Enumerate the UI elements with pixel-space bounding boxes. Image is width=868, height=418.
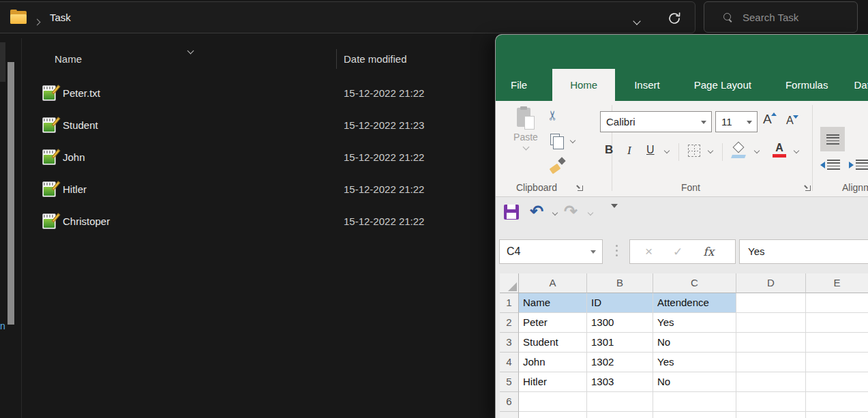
row-header[interactable]: 4 xyxy=(500,353,519,372)
cell-a4[interactable]: John xyxy=(519,353,587,372)
undo-icon[interactable]: ↶ xyxy=(530,202,543,221)
font-size-combobox[interactable]: 11 xyxy=(715,111,758,132)
file-row[interactable]: John 15-12-2022 21:22 xyxy=(23,141,496,173)
tab-home[interactable]: Home xyxy=(552,69,615,101)
file-row[interactable]: Student 15-12-2022 21:23 xyxy=(23,109,496,141)
cell-a7[interactable] xyxy=(519,412,587,418)
cell-d3[interactable] xyxy=(736,333,806,353)
borders-dropdown-icon[interactable] xyxy=(708,148,713,153)
cell-a3[interactable]: Student xyxy=(519,333,587,353)
cell-d5[interactable] xyxy=(736,372,806,392)
tab-page-layout[interactable]: Page Layout xyxy=(687,69,758,101)
cell-b1[interactable]: ID xyxy=(587,293,653,313)
file-row[interactable]: Christoper 15-12-2022 21:22 xyxy=(23,205,496,237)
cell-d7[interactable] xyxy=(736,412,806,418)
cell-b5[interactable]: 1303 xyxy=(587,372,653,392)
cell-b3[interactable]: 1301 xyxy=(587,333,653,353)
fill-color-icon[interactable] xyxy=(732,142,748,158)
font-name-combobox[interactable]: Calibri xyxy=(600,111,712,132)
tab-file[interactable]: File xyxy=(501,69,537,101)
tab-formulas[interactable]: Formulas xyxy=(779,69,835,101)
font-color-icon[interactable]: A xyxy=(771,142,788,158)
cell-d2[interactable] xyxy=(736,313,806,333)
cell-c5[interactable]: No xyxy=(653,372,736,392)
select-all-button[interactable] xyxy=(500,273,519,293)
nav-scrollbar-track[interactable] xyxy=(0,42,5,82)
cut-icon[interactable]: ✂ xyxy=(545,110,560,121)
save-icon[interactable] xyxy=(504,205,519,220)
name-box[interactable]: C4 xyxy=(499,239,603,264)
row-header[interactable]: 2 xyxy=(500,313,519,333)
combo-caret-icon[interactable] xyxy=(747,121,752,124)
search-box[interactable] xyxy=(704,1,858,33)
scrollbar-thumb[interactable] xyxy=(8,62,14,325)
paste-button[interactable]: Paste xyxy=(507,106,545,149)
cell-c3[interactable]: No xyxy=(653,333,736,353)
cell-d1[interactable] xyxy=(736,293,806,313)
cell-e2[interactable] xyxy=(806,313,868,333)
file-name[interactable]: Peter.txt xyxy=(63,87,100,99)
refresh-button[interactable] xyxy=(667,11,682,26)
cell-b7[interactable] xyxy=(587,412,653,418)
cell-b2[interactable]: 1300 xyxy=(587,313,653,333)
cell-a6[interactable] xyxy=(519,392,587,412)
row-header[interactable]: 3 xyxy=(500,333,519,353)
cell-e3[interactable] xyxy=(806,333,868,353)
underline-dropdown-icon[interactable] xyxy=(664,148,670,153)
shrink-font-button[interactable]: A xyxy=(786,115,794,127)
file-name[interactable]: Christoper xyxy=(63,215,110,227)
font-color-dropdown-icon[interactable] xyxy=(794,148,799,153)
column-header-name[interactable]: Name xyxy=(55,53,82,65)
file-name[interactable]: John xyxy=(63,151,85,163)
search-input[interactable] xyxy=(741,11,843,24)
cell-e5[interactable] xyxy=(806,372,868,392)
format-painter-icon[interactable] xyxy=(550,158,565,173)
cell-c7[interactable] xyxy=(653,412,736,418)
cell-b4[interactable]: 1302 xyxy=(587,353,653,372)
fill-color-dropdown-icon[interactable] xyxy=(754,148,760,153)
clipboard-dialog-launcher-icon[interactable] xyxy=(576,184,583,191)
copy-dropdown-icon[interactable] xyxy=(570,138,575,143)
cell-c6[interactable] xyxy=(653,392,736,412)
cell-c2[interactable]: Yes xyxy=(653,313,736,333)
enter-button[interactable]: ✓ xyxy=(673,245,683,259)
address-dropdown-button[interactable] xyxy=(634,14,642,23)
underline-button[interactable]: U xyxy=(646,144,655,156)
file-name[interactable]: Hitler xyxy=(63,183,87,195)
breadcrumb[interactable]: Task xyxy=(50,12,71,23)
row-header[interactable]: 1 xyxy=(500,293,519,313)
excel-title-bar[interactable] xyxy=(496,35,868,69)
row-header[interactable]: 5 xyxy=(500,372,519,392)
column-header-date-modified[interactable]: Date modified xyxy=(344,53,407,65)
undo-dropdown-icon[interactable] xyxy=(552,210,558,215)
formula-bar-resize-handle[interactable] xyxy=(616,245,618,259)
font-dialog-launcher-icon[interactable] xyxy=(804,184,811,191)
cell-a5[interactable]: Hitler xyxy=(519,372,587,392)
cell-a2[interactable]: Peter xyxy=(519,313,587,333)
file-row[interactable]: Peter.txt 15-12-2022 21:22 xyxy=(23,77,496,109)
redo-dropdown-icon[interactable] xyxy=(588,210,593,215)
decrease-indent-button[interactable] xyxy=(820,160,840,170)
cell-e6[interactable] xyxy=(806,392,868,412)
cancel-button[interactable]: × xyxy=(645,244,653,259)
insert-function-button[interactable]: fx xyxy=(703,245,714,258)
column-header-e[interactable]: E xyxy=(806,273,868,293)
redo-icon[interactable]: ↷ xyxy=(564,202,578,221)
formula-input[interactable]: Yes xyxy=(739,239,868,264)
column-divider[interactable] xyxy=(336,49,337,69)
sort-chevron-icon[interactable] xyxy=(188,44,193,56)
qat-customize-icon[interactable] xyxy=(610,208,619,220)
row-header[interactable]: 7 xyxy=(500,412,519,418)
tab-data[interactable]: Data xyxy=(851,69,868,101)
grow-font-button[interactable]: A xyxy=(763,112,772,127)
cell-c1[interactable]: Attendence xyxy=(653,293,736,313)
column-header-c[interactable]: C xyxy=(653,273,736,293)
cell-d4[interactable] xyxy=(736,353,806,372)
name-box-caret-icon[interactable] xyxy=(590,250,596,254)
increase-indent-button[interactable] xyxy=(849,160,868,170)
cell-e7[interactable] xyxy=(806,412,868,418)
italic-button[interactable]: I xyxy=(627,144,631,158)
copy-icon[interactable] xyxy=(550,134,560,145)
column-header-d[interactable]: D xyxy=(736,273,806,293)
cell-a1[interactable]: Name xyxy=(519,293,587,313)
